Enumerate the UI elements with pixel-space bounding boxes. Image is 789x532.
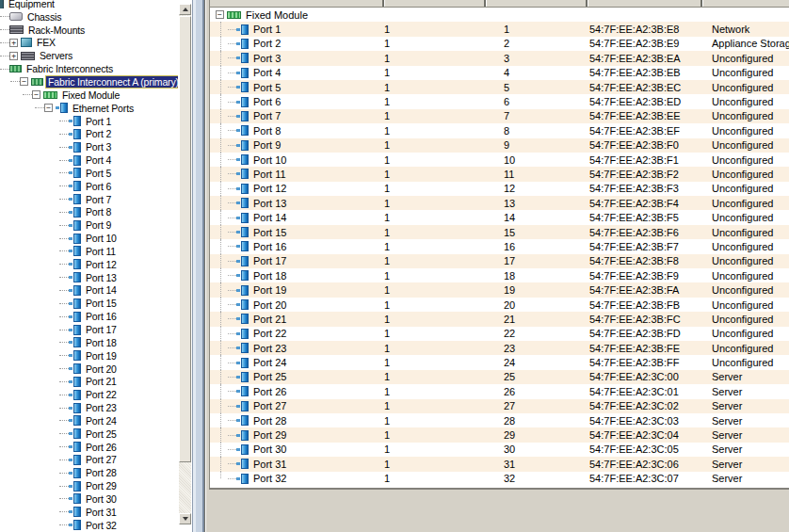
tree-item-port-7[interactable]: Port 7: [0, 193, 178, 206]
port-id-cell: 18: [484, 268, 586, 282]
scroll-down-button[interactable]: [179, 513, 191, 524]
tree-item-port-21[interactable]: Port 21: [0, 375, 178, 388]
tree-item-fabric-interconnect-a-primary[interactable]: −Fabric Interconnect A (primary): [0, 75, 178, 89]
table-row-port-13[interactable]: Port 1311354:7F:EE:A2:3B:F4Unconfigured: [210, 196, 789, 210]
tree-branch-line: [59, 511, 69, 512]
table-row-port-22[interactable]: Port 2212254:7F:EE:A2:3B:FDUnconfigured: [210, 327, 789, 341]
table-row-port-30[interactable]: Port 3013054:7F:EE:A2:3C:05Server: [210, 443, 789, 457]
table-row-port-1[interactable]: Port 11154:7F:EE:A2:3B:E8Network: [210, 22, 789, 36]
tree-item-port-2[interactable]: Port 2: [0, 127, 178, 140]
table-row-port-3[interactable]: Port 31354:7F:EE:A2:3B:EAUnconfigured: [210, 51, 789, 65]
table-row-port-14[interactable]: Port 1411454:7F:EE:A2:3B:F5Unconfigured: [210, 210, 789, 224]
table-row-port-5[interactable]: Port 51554:7F:EE:A2:3B:ECUnconfigured: [210, 80, 789, 94]
tree-guide-line: [220, 268, 221, 282]
table-row-port-12[interactable]: Port 1211254:7F:EE:A2:3B:F3Unconfigured: [210, 182, 789, 196]
tree-branch-line: [59, 498, 69, 499]
tree-item-port-28[interactable]: Port 28: [0, 466, 178, 479]
table-row-port-17[interactable]: Port 1711754:7F:EE:A2:3B:F8Unconfigured: [210, 254, 789, 268]
table-row-port-32[interactable]: Port 3213254:7F:EE:A2:3C:07Server: [210, 472, 789, 486]
table-row-port-29[interactable]: Port 2912954:7F:EE:A2:3C:04Server: [210, 427, 789, 442]
tree-item-equipment[interactable]: Equipment: [0, 0, 178, 10]
tree-item-port-6[interactable]: Port 6: [0, 180, 178, 193]
table-row-port-15[interactable]: Port 1511554:7F:EE:A2:3B:F6Unconfigured: [210, 225, 789, 239]
table-row-port-7[interactable]: Port 71754:7F:EE:A2:3B:EEUnconfigured: [210, 109, 789, 123]
table-row-port-28[interactable]: Port 2812854:7F:EE:A2:3C:03Server: [210, 413, 789, 427]
table-row-port-6[interactable]: Port 61654:7F:EE:A2:3B:EDUnconfigured: [210, 94, 789, 108]
slot-cell: 1: [382, 51, 484, 65]
tree-item-port-26[interactable]: Port 26: [0, 441, 178, 454]
port-id-cell: 6: [484, 94, 586, 108]
tree-item-servers[interactable]: +Servers: [0, 49, 178, 62]
tree-item-port-3[interactable]: Port 3: [0, 140, 178, 153]
role-cell: Unconfigured: [700, 327, 789, 341]
scrollbar-thumb[interactable]: [179, 16, 191, 462]
column-divider[interactable]: [586, 0, 588, 7]
tree-item-port-19[interactable]: Port 19: [0, 349, 178, 363]
tree-item-port-15[interactable]: Port 15: [0, 297, 178, 310]
table-row-port-26[interactable]: Port 2612654:7F:EE:A2:3C:01Server: [210, 384, 789, 398]
tree-item-port-12[interactable]: Port 12: [0, 258, 178, 271]
tree-item-port-31[interactable]: Port 31: [0, 506, 178, 519]
table-row-port-4[interactable]: Port 41454:7F:EE:A2:3B:EBUnconfigured: [210, 66, 789, 80]
table-row-port-10[interactable]: Port 1011054:7F:EE:A2:3B:F1Unconfigured: [210, 153, 789, 167]
tree-item-port-30[interactable]: Port 30: [0, 492, 178, 506]
tree-item-port-32[interactable]: Port 32: [0, 519, 178, 532]
port-id-cell: 16: [484, 239, 586, 253]
column-divider[interactable]: [382, 0, 384, 7]
collapse-icon[interactable]: −: [32, 90, 40, 99]
tree-item-port-16[interactable]: Port 16: [0, 310, 178, 323]
tree-item-port-14[interactable]: Port 14: [0, 284, 178, 298]
tree-item-fex[interactable]: +FEX: [0, 37, 178, 50]
collapse-icon[interactable]: −: [216, 10, 224, 19]
tree-item-port-22[interactable]: Port 22: [0, 388, 178, 401]
tree-item-port-23[interactable]: Port 23: [0, 401, 178, 414]
tree-item-fixed-module[interactable]: −Fixed Module: [0, 89, 178, 102]
tree-item-port-5[interactable]: Port 5: [0, 167, 178, 180]
scroll-up-button[interactable]: [179, 4, 191, 15]
tree-item-port-11[interactable]: Port 11: [0, 245, 178, 258]
tree-item-chassis[interactable]: Chassis: [0, 10, 178, 24]
table-row-port-24[interactable]: Port 2412454:7F:EE:A2:3B:FFUnconfigured: [210, 355, 789, 369]
tree-item-port-29[interactable]: Port 29: [0, 479, 178, 492]
tree-item-port-1[interactable]: Port 1: [0, 115, 178, 128]
tree-item-port-4[interactable]: Port 4: [0, 153, 178, 167]
tree-item-rack-mounts[interactable]: Rack-Mounts: [0, 24, 178, 37]
table-row-port-31[interactable]: Port 3113154:7F:EE:A2:3C:06Server: [210, 457, 789, 471]
mac-cell: 54:7F:EE:A2:3B:F2: [586, 167, 700, 181]
tree-item-ethernet-ports[interactable]: −Ethernet Ports: [0, 102, 178, 115]
column-divider[interactable]: [700, 0, 702, 7]
tree-item-port-20[interactable]: Port 20: [0, 363, 178, 376]
tree-branch-line: [228, 449, 236, 450]
expand-icon[interactable]: +: [9, 52, 18, 60]
tree-item-port-27[interactable]: Port 27: [0, 454, 178, 467]
table-row-port-9[interactable]: Port 91954:7F:EE:A2:3B:F0Unconfigured: [210, 138, 789, 153]
tree-item-port-8[interactable]: Port 8: [0, 206, 178, 219]
table-row-port-27[interactable]: Port 2712754:7F:EE:A2:3C:02Server: [210, 399, 789, 413]
tree-item-fabric-interconnects[interactable]: Fabric Interconnects: [0, 62, 178, 75]
tree-item-port-25[interactable]: Port 25: [0, 427, 178, 441]
expand-icon[interactable]: +: [9, 39, 18, 47]
tree-item-port-9[interactable]: Port 9: [0, 218, 178, 232]
table-row-port-19[interactable]: Port 1911954:7F:EE:A2:3B:FAUnconfigured: [210, 282, 789, 297]
table-row-port-25[interactable]: Port 2512554:7F:EE:A2:3C:00Server: [210, 370, 789, 384]
table-row-port-8[interactable]: Port 81854:7F:EE:A2:3B:EFUnconfigured: [210, 123, 789, 137]
tree-item-port-18[interactable]: Port 18: [0, 336, 178, 349]
table-row-port-18[interactable]: Port 1811854:7F:EE:A2:3B:F9Unconfigured: [210, 268, 789, 282]
tree-item-port-24[interactable]: Port 24: [0, 414, 178, 427]
tree-item-port-17[interactable]: Port 17: [0, 323, 178, 336]
slot-cell: [382, 8, 484, 22]
tree-vertical-scrollbar[interactable]: [179, 4, 191, 524]
collapse-icon[interactable]: −: [20, 77, 28, 86]
pane-splitter[interactable]: [192, 0, 204, 532]
table-row-port-11[interactable]: Port 1111154:7F:EE:A2:3B:F2Unconfigured: [210, 167, 789, 181]
tree-item-port-13[interactable]: Port 13: [0, 271, 178, 284]
tree-item-port-10[interactable]: Port 10: [0, 232, 178, 245]
collapse-icon[interactable]: −: [44, 104, 53, 112]
table-row-fixed-module[interactable]: −Fixed Module: [210, 8, 789, 22]
table-row-port-2[interactable]: Port 21254:7F:EE:A2:3B:E9Appliance Stora…: [210, 37, 789, 51]
table-row-port-20[interactable]: Port 2012054:7F:EE:A2:3B:FBUnconfigured: [210, 298, 789, 312]
table-row-port-21[interactable]: Port 2112154:7F:EE:A2:3B:FCUnconfigured: [210, 312, 789, 326]
table-row-port-23[interactable]: Port 2312354:7F:EE:A2:3B:FEUnconfigured: [210, 341, 789, 355]
table-row-port-16[interactable]: Port 1611654:7F:EE:A2:3B:F7Unconfigured: [210, 239, 789, 253]
column-divider[interactable]: [484, 0, 486, 7]
